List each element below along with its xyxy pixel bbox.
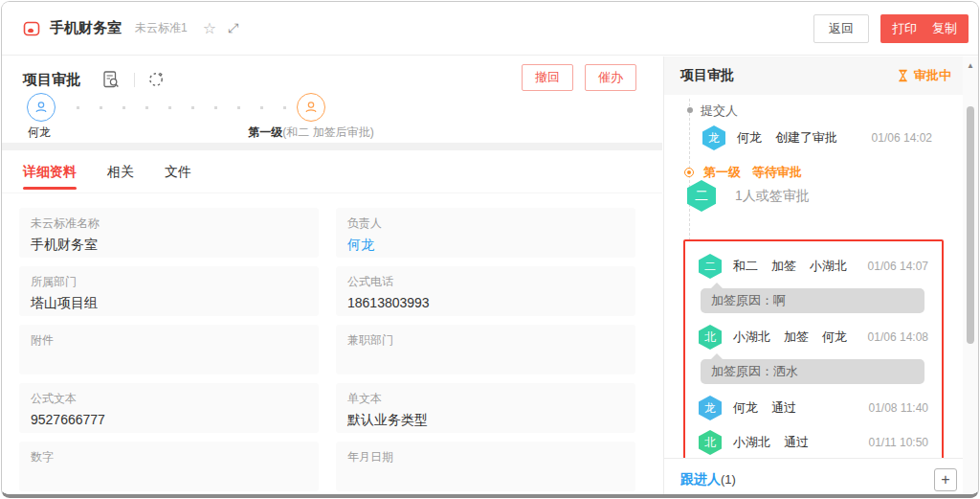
member-avatar[interactable]: 二	[699, 254, 722, 279]
tab-detail-info[interactable]: 详细资料	[23, 150, 77, 193]
approval-panel: 项目审批 审批中 提交人 龙何龙创建了审批01/06 14:02 第一级 等待审…	[663, 57, 965, 494]
person-icon	[303, 100, 319, 115]
event-text: 加签	[784, 329, 809, 346]
event-created: 龙何龙创建了审批01/06 14:02	[702, 125, 932, 150]
field-label: 所属部门	[31, 274, 307, 290]
person-icon	[33, 100, 49, 115]
tab-related[interactable]: 相关	[107, 150, 134, 193]
approval-step-row: 北小湖北加签何龙01/06 14:08	[699, 325, 930, 350]
approval-timeline: 提交人 龙何龙创建了审批01/06 14:02 第一级 等待审批 二 1人或签审…	[664, 95, 965, 457]
member-avatar[interactable]: 龙	[699, 396, 722, 420]
event-text: 何龙	[822, 329, 847, 346]
field-label: 单文本	[347, 391, 624, 407]
event-text: 小湖北	[733, 434, 770, 451]
stage-name: 第一级	[703, 164, 741, 181]
stage-status: 等待审批	[752, 164, 802, 181]
field-label: 公式文本	[31, 391, 307, 407]
detail-main: 项目审批 撤回 催办	[2, 57, 662, 494]
event-text: 小湖北	[810, 258, 847, 275]
event-text: 加签	[771, 258, 796, 275]
member-avatar[interactable]: 龙	[702, 125, 725, 150]
timeline-dot	[687, 107, 693, 113]
member-avatar[interactable]: 北	[699, 430, 722, 455]
approval-header: 项目审批 撤回 催办	[2, 62, 662, 97]
back-button[interactable]: 返回	[813, 14, 869, 43]
event-time: 01/06 14:07	[868, 260, 928, 273]
event-time: 01/08 11:40	[868, 401, 928, 415]
submitter-name: 何龙	[28, 125, 51, 141]
field-value-link[interactable]: 何龙	[347, 237, 624, 254]
field-label: 年月日期	[347, 449, 624, 465]
field-value: 9527666777	[31, 412, 307, 427]
stage-marker-icon	[684, 168, 694, 177]
event-text: 小湖北	[733, 329, 770, 346]
approval-record-search-icon[interactable]	[101, 70, 121, 89]
favorite-star-icon[interactable]: ☆	[203, 19, 216, 37]
refresh-cycle-icon[interactable]	[146, 70, 166, 89]
divider	[134, 73, 135, 87]
stage-avatar[interactable]	[297, 93, 325, 122]
print-copy-button-group: 打印 复制	[880, 14, 969, 43]
submitter-avatar[interactable]	[27, 93, 56, 122]
event-time: 01/11 10:50	[868, 436, 928, 449]
topbar-actions: 返回 打印 复制	[813, 14, 969, 43]
expand-icon[interactable]: ⤢	[228, 20, 238, 36]
copy-button[interactable]: 复制	[932, 20, 957, 37]
tab-files[interactable]: 文件	[165, 150, 191, 193]
event-text: 通过	[784, 434, 809, 451]
sign-mode-row: 二 1人或签审批	[687, 180, 810, 212]
event-text: 何龙	[737, 129, 762, 147]
member-avatar[interactable]: 北	[699, 325, 722, 350]
follower-bar: 跟进人 (1) +	[664, 458, 965, 498]
field-cell-6: 公式文本9527666777	[19, 383, 319, 433]
detail-tabs: 详细资料 相关 文件	[2, 150, 662, 193]
add-follower-button[interactable]: +	[934, 468, 957, 491]
field-value: 塔山项目组	[31, 295, 307, 312]
panel-scrollbar: ▲	[963, 57, 978, 494]
record-subtitle: 未云标准1	[135, 20, 188, 36]
stage-label: 第一级(和二 加签后审批)	[248, 125, 373, 141]
field-cell-7: 单文本默认业务类型	[336, 383, 635, 433]
approval-panel-title: 项目审批	[680, 67, 734, 84]
stage-status-row: 第一级 等待审批	[684, 164, 802, 181]
fields-grid: 未云标准名称手机财务室负责人何龙所属部门塔山项目组公式电话18613803993…	[19, 208, 635, 491]
field-cell-1: 负责人何龙	[336, 208, 635, 258]
field-cell-3: 公式电话18613803993	[336, 266, 635, 316]
approval-panel-header: 项目审批 审批中	[664, 57, 965, 95]
field-value: 默认业务类型	[347, 412, 624, 429]
stage-name: 第一级	[248, 125, 282, 139]
field-label: 附件	[31, 332, 307, 349]
countersign-reason-bubble: 加签原因：啊	[701, 288, 924, 313]
countersign-reason-bubble: 加签原因：洒水	[701, 359, 924, 384]
field-cell-9: 年月日期	[336, 442, 635, 491]
field-label: 数字	[31, 449, 307, 465]
scrollbar-up-arrow[interactable]: ▲	[963, 57, 978, 70]
field-label: 公式电话	[347, 274, 624, 290]
flow-stage-node: 第一级(和二 加签后审批)	[297, 93, 325, 122]
section-separator	[2, 143, 662, 150]
scrollbar-thumb[interactable]	[967, 106, 974, 344]
field-cell-5: 兼职部门	[336, 325, 635, 374]
field-label: 兼职部门	[347, 332, 624, 349]
field-cell-0: 未云标准名称手机财务室	[19, 208, 319, 258]
approval-status-badge: 审批中	[897, 67, 951, 84]
field-label: 负责人	[347, 215, 624, 232]
field-value: 18613803993	[347, 295, 624, 310]
event-time: 01/06 14:08	[868, 330, 928, 344]
flow-submitter-node: 何龙	[27, 93, 56, 122]
withdraw-button[interactable]: 撤回	[522, 64, 573, 91]
member-avatar[interactable]: 二	[687, 180, 716, 212]
field-cell-4: 附件	[19, 325, 319, 374]
submitter-section-label: 提交人	[701, 102, 738, 120]
print-button[interactable]: 打印	[892, 20, 917, 37]
approval-actions: 撤回 催办	[522, 64, 636, 91]
event-text: 和二	[733, 258, 758, 275]
field-value: 手机财务室	[31, 237, 307, 254]
sign-mode-label: 1人或签审批	[735, 188, 810, 205]
follower-label: 跟进人	[680, 471, 721, 488]
urge-button[interactable]: 催办	[585, 64, 636, 91]
field-cell-2: 所属部门塔山项目组	[19, 266, 319, 316]
app-logo-icon	[23, 20, 40, 37]
approval-title: 项目审批	[23, 71, 80, 89]
field-label: 未云标准名称	[31, 215, 307, 232]
